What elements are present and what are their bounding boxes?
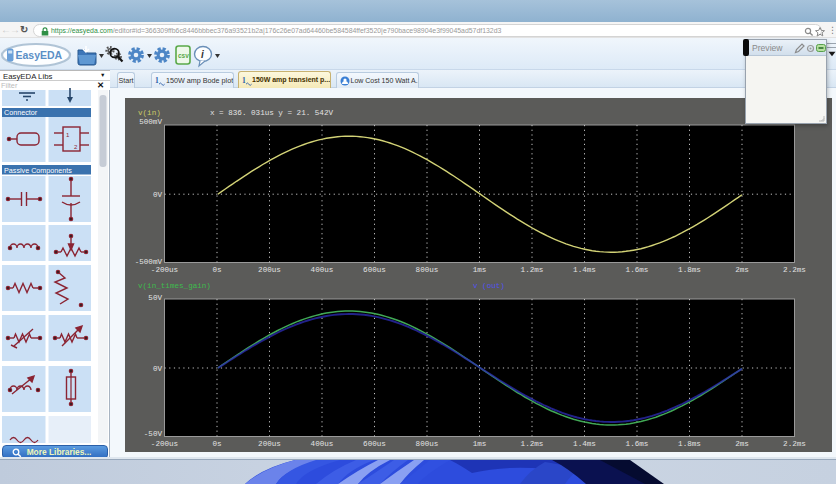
svg-text:400us: 400us xyxy=(311,440,334,448)
svg-text:v(in): v(in) xyxy=(138,109,161,117)
svg-text:v(in_times_gain): v(in_times_gain) xyxy=(138,282,211,290)
svg-text:-200us: -200us xyxy=(151,440,178,448)
svg-text:600us: 600us xyxy=(363,440,386,448)
svg-text:1.6ms: 1.6ms xyxy=(626,266,649,274)
svg-text:1.8ms: 1.8ms xyxy=(678,440,701,448)
svg-text:200us: 200us xyxy=(258,266,281,274)
svg-text:800us: 800us xyxy=(416,266,439,274)
svg-text:1ms: 1ms xyxy=(473,440,487,448)
svg-text:-50V: -50V xyxy=(144,430,163,438)
svg-text:200us: 200us xyxy=(258,440,281,448)
svg-text:500mV: 500mV xyxy=(139,118,162,126)
svg-text:1.6ms: 1.6ms xyxy=(626,440,649,448)
svg-text:0V: 0V xyxy=(153,191,163,199)
svg-text:1.2ms: 1.2ms xyxy=(521,266,544,274)
svg-text:600us: 600us xyxy=(363,266,386,274)
svg-text:-200us: -200us xyxy=(151,266,178,274)
svg-text:1.2ms: 1.2ms xyxy=(521,440,544,448)
svg-text:2.2ms: 2.2ms xyxy=(783,266,806,274)
svg-text:0s: 0s xyxy=(212,440,221,448)
svg-text:v (out): v (out) xyxy=(473,282,505,290)
svg-text:1.8ms: 1.8ms xyxy=(678,266,701,274)
svg-text:1.4ms: 1.4ms xyxy=(573,266,596,274)
svg-text:0s: 0s xyxy=(212,266,221,274)
svg-text:400us: 400us xyxy=(311,266,334,274)
svg-text:-500mV: -500mV xyxy=(135,258,163,266)
svg-text:1ms: 1ms xyxy=(473,266,487,274)
svg-text:2.2ms: 2.2ms xyxy=(783,440,806,448)
svg-text:1.4ms: 1.4ms xyxy=(573,440,596,448)
svg-text:0V: 0V xyxy=(153,365,163,373)
svg-text:Connector: Connector xyxy=(4,108,38,117)
svg-text:2ms: 2ms xyxy=(735,266,749,274)
svg-text:2ms: 2ms xyxy=(735,440,749,448)
svg-text:800us: 800us xyxy=(416,440,439,448)
svg-text:Passive Components: Passive Components xyxy=(4,166,72,175)
svg-text:50V: 50V xyxy=(148,294,162,302)
svg-text:x = 836. 031us y = 21. 542V: x = 836. 031us y = 21. 542V xyxy=(210,109,333,117)
